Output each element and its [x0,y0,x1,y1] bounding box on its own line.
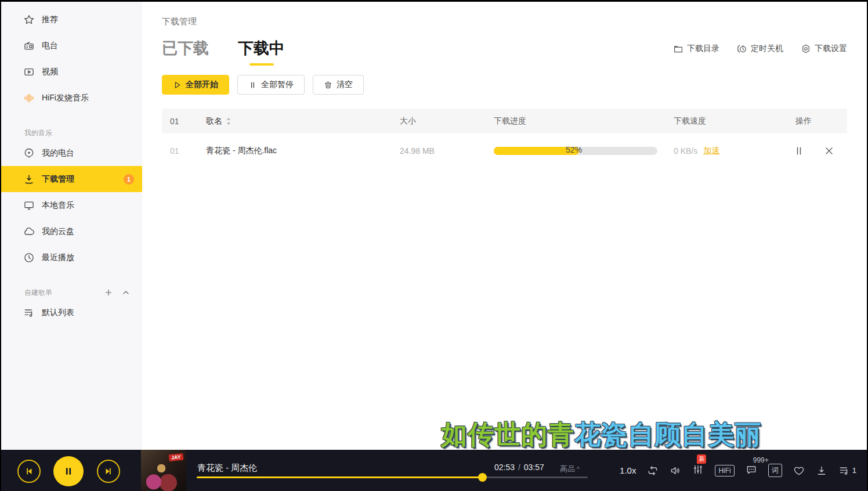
comment-count: 999+ [753,456,769,464]
tab-downloaded[interactable]: 已下载 [162,38,209,67]
col-name[interactable]: 歌名 [198,116,392,127]
pause-icon [63,465,74,477]
trash-icon [324,81,332,89]
chevron-up-icon: ^ [577,466,580,472]
speed-cell: 0 KB/s 加速 [666,146,787,156]
main-content: 下载管理 已下载 下载中 下载目录 定时关机 下载设置 [142,2,867,450]
equalizer-icon [23,92,35,104]
download-directory-button[interactable]: 下载目录 [673,44,719,54]
sidebar-item-label: 我的云盘 [42,226,74,237]
col-size: 大小 [392,116,486,127]
col-actions: 操作 [787,116,847,127]
current-time: 02:53 [494,463,515,472]
sidebar-item-download-manager[interactable]: 下载管理 1 [1,166,142,192]
computer-icon [23,200,35,211]
sidebar-item-local-music[interactable]: 本地音乐 [1,192,142,218]
now-playing-title: 青花瓷 - 周杰伦 [197,463,257,474]
progress-percent-label: 52% [566,145,582,154]
comment-icon [746,464,757,475]
total-time: 03:57 [524,463,544,472]
scheduled-shutdown-button[interactable]: 定时关机 [737,44,783,54]
hifi-quality-button[interactable]: HiFi [715,465,734,476]
tabs-row: 已下载 下载中 下载目录 定时关机 下载设置 [162,38,847,67]
folder-icon [673,44,683,54]
col-progress: 下载进度 [486,116,666,127]
sidebar-item-label: 本地音乐 [42,200,74,211]
lyrics-toggle-button[interactable]: 词 [768,464,782,477]
col-speed: 下载速度 [666,116,787,127]
gear-icon [801,44,811,54]
pause-playback-button[interactable] [53,456,84,486]
clear-all-button[interactable]: 清空 [313,75,364,95]
accelerate-link[interactable]: 加速 [703,146,719,156]
playback-speed-button[interactable]: 1.0x [620,465,636,475]
sidebar-section-my-music: 我的音乐 [1,126,142,140]
table-header-row: 01 歌名 大小 下载进度 下载速度 操作 [162,109,847,133]
quality-selector[interactable]: 高品 ^ [560,464,580,474]
download-progress-bar: 52% [494,147,657,155]
download-settings-button[interactable]: 下载设置 [801,44,847,54]
album-art[interactable]: JAY [141,450,186,491]
sound-effects-wrapper[interactable]: 新 [692,464,704,478]
pause-row-icon[interactable] [793,145,805,157]
sidebar-item-label: 电台 [42,41,58,51]
col-index: 01 [162,117,198,126]
download-count-badge: 1 [124,174,134,185]
sidebar: 推荐 电台 视频 HiFi发烧音乐 我的音乐 我的电台 下载管理 1 本地音 [1,2,142,450]
sidebar-item-label: 视频 [42,67,58,77]
row-actions [787,145,847,157]
add-playlist-icon[interactable] [104,288,113,297]
loop-mode-icon[interactable] [647,465,659,476]
cloud-icon [23,226,35,237]
sidebar-item-video[interactable]: 视频 [1,59,142,85]
favorite-heart-icon[interactable] [793,465,805,476]
pause-all-button[interactable]: 全部暂停 [237,75,305,95]
sidebar-item-my-radio[interactable]: 我的电台 [1,140,142,166]
download-icon [23,174,35,185]
radio-icon [23,40,35,52]
comments-wrapper[interactable]: 999+ [746,464,757,478]
playback-progress-thumb[interactable] [478,473,487,482]
row-index: 01 [162,146,198,156]
playback-progress-fill [197,476,482,478]
next-icon [103,466,114,476]
remove-row-icon[interactable] [823,145,835,157]
playback-progress-bar[interactable] [197,476,588,478]
download-table: 01 歌名 大小 下载进度 下载速度 操作 01 青花瓷 - 周杰伦.flac … [162,109,847,168]
sidebar-item-recommend[interactable]: 推荐 [1,6,142,33]
podcast-icon [23,147,35,159]
music-app-window: 推荐 电台 视频 HiFi发烧音乐 我的音乐 我的电台 下载管理 1 本地音 [0,0,868,491]
page-title: 下载管理 [162,16,847,27]
next-track-button[interactable] [97,460,120,483]
sidebar-item-cloud-disk[interactable]: 我的云盘 [1,218,142,244]
sidebar-item-default-playlist[interactable]: 默认列表 [1,299,142,326]
download-song-icon[interactable] [816,465,827,476]
sidebar-item-radio[interactable]: 电台 [1,33,142,59]
volume-icon[interactable] [670,465,681,476]
sidebar-item-label: HiFi发烧音乐 [42,93,89,103]
sort-icon[interactable] [226,117,232,125]
player-right-controls: 1.0x 新 HiFi 999+ 词 1 [620,450,856,491]
collapse-chevron-icon[interactable] [121,288,131,297]
video-icon [23,66,35,78]
playlist-music-icon [23,307,35,319]
previous-track-button[interactable] [17,460,41,483]
download-row: 01 青花瓷 - 周杰伦.flac 24.98 MB 52% 0 KB/s 加速 [162,133,847,168]
file-size: 24.98 MB [392,146,486,156]
sidebar-item-label: 默认列表 [42,308,74,318]
header-actions: 下载目录 定时关机 下载设置 [673,44,847,67]
play-queue-button[interactable]: 1 [838,465,856,476]
download-toolbar: 全部开始 全部暂停 清空 [162,75,847,95]
play-outline-icon [173,81,182,89]
sidebar-item-recent-play[interactable]: 最近播放 [1,244,142,270]
sidebar-item-label: 最近播放 [42,252,74,263]
time-display: 02:53 / 03:57 [494,463,544,472]
pause-outline-icon [248,81,257,89]
sidebar-item-label: 推荐 [42,15,58,25]
clock-icon [23,252,35,263]
start-all-button[interactable]: 全部开始 [162,75,229,95]
previous-icon [24,466,34,476]
tab-downloading[interactable]: 下载中 [238,38,285,67]
sidebar-section-playlists: 自建歌单 [1,286,142,299]
sidebar-item-hifi[interactable]: HiFi发烧音乐 [1,85,142,111]
